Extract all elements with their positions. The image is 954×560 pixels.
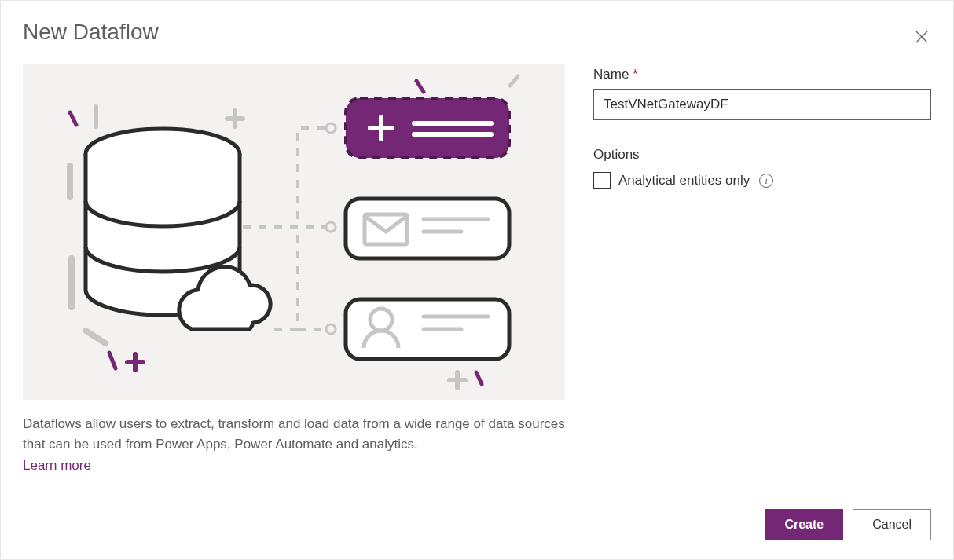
name-input[interactable] xyxy=(593,89,931,120)
dialog-footer: Create Cancel xyxy=(765,509,931,540)
name-label: Name * xyxy=(593,67,931,82)
analytical-entities-label: Analytical entities only xyxy=(618,173,750,188)
form-panel: Name * Options Analytical entities only … xyxy=(593,64,931,476)
svg-point-20 xyxy=(326,222,336,232)
cancel-button[interactable]: Cancel xyxy=(853,509,931,540)
svg-point-21 xyxy=(326,324,336,334)
left-column: Dataflows allow users to extract, transf… xyxy=(23,64,565,476)
dialog-title: New Dataflow xyxy=(23,20,159,45)
svg-point-19 xyxy=(326,123,336,133)
create-button[interactable]: Create xyxy=(765,509,843,540)
dataflow-illustration xyxy=(23,64,565,400)
svg-rect-27 xyxy=(346,199,509,258)
dialog-header: New Dataflow xyxy=(23,20,931,64)
close-button[interactable] xyxy=(909,24,934,49)
required-asterisk: * xyxy=(633,67,638,82)
description-block: Dataflows allow users to extract, transf… xyxy=(23,414,565,476)
dialog-body: Dataflows allow users to extract, transf… xyxy=(23,64,931,476)
analytical-entities-row: Analytical entities only i xyxy=(593,172,931,189)
description-text: Dataflows allow users to extract, transf… xyxy=(23,416,565,452)
name-label-text: Name xyxy=(593,67,629,82)
learn-more-link[interactable]: Learn more xyxy=(23,458,91,473)
info-icon[interactable]: i xyxy=(759,174,773,188)
new-dataflow-dialog: New Dataflow xyxy=(0,0,954,560)
analytical-entities-checkbox[interactable] xyxy=(593,172,611,189)
close-icon xyxy=(915,31,928,43)
options-header: Options xyxy=(593,147,931,163)
